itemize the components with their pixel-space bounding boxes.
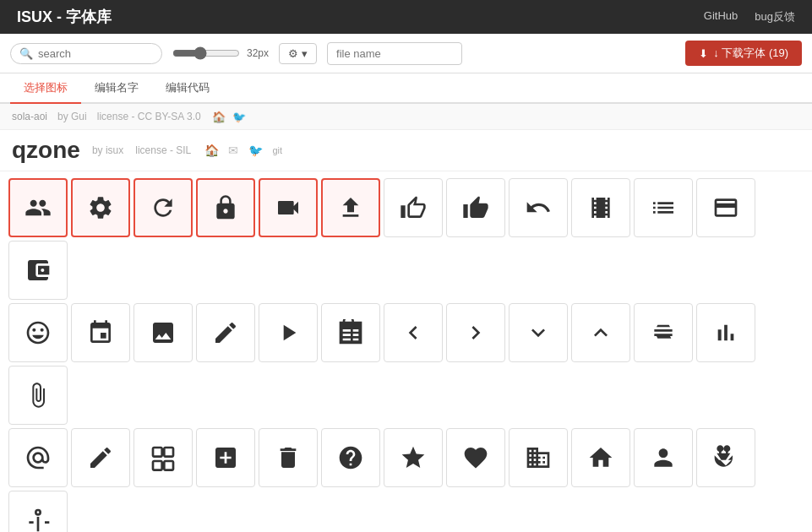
icon-card[interactable]	[696, 178, 755, 237]
tab-edit-code[interactable]: 编辑代码	[152, 73, 223, 104]
sola-by: by Gui	[57, 111, 87, 122]
app-title: ISUX - 字体库	[17, 7, 112, 27]
icon-film[interactable]	[571, 178, 630, 237]
grid-icon	[150, 444, 177, 471]
icon-heart[interactable]	[446, 428, 505, 487]
icon-refresh[interactable]	[134, 178, 193, 237]
settings-icon	[87, 194, 114, 221]
icon-video[interactable]	[259, 178, 318, 237]
icon-book[interactable]	[321, 303, 380, 362]
icon-contacts[interactable]	[8, 178, 68, 237]
search-input[interactable]	[38, 47, 148, 60]
qzone-git-icon[interactable]: git	[269, 142, 286, 159]
icon-at[interactable]	[8, 428, 68, 487]
icon-arrow-down[interactable]	[509, 303, 568, 362]
icon-star[interactable]	[384, 428, 443, 487]
icon-anchor[interactable]	[696, 428, 755, 487]
qzone-by: by isux	[92, 144, 123, 156]
anchor-icon	[712, 444, 739, 471]
list-icon	[650, 194, 677, 221]
arrow-down-icon	[525, 319, 552, 346]
header-links: GitHub bug反馈	[704, 9, 795, 24]
icon-question[interactable]	[321, 428, 380, 487]
icon-arrow-right[interactable]	[446, 303, 505, 362]
search-icon: 🔍	[19, 47, 33, 60]
heart-icon	[462, 444, 489, 471]
home-icon	[587, 444, 614, 471]
download-button[interactable]: ⬇ ↓ 下载字体 (19)	[685, 41, 802, 66]
slider-container: 32px	[172, 46, 269, 60]
sola-license: license - CC BY-SA 3.0	[97, 111, 201, 122]
icon-trash[interactable]	[259, 428, 318, 487]
search-box: 🔍	[10, 43, 162, 64]
hash-icon	[650, 319, 677, 346]
icon-bar-chart[interactable]	[696, 303, 755, 362]
undo-icon	[525, 194, 552, 221]
paperclip-icon	[25, 382, 52, 409]
icon-pin[interactable]	[71, 303, 130, 362]
plus-square-icon	[212, 444, 239, 471]
tab-edit-name[interactable]: 编辑名字	[81, 73, 152, 104]
upload-icon	[337, 194, 364, 221]
slider-value: 32px	[247, 47, 269, 59]
icon-paperclip[interactable]	[8, 366, 68, 425]
building-icon	[525, 444, 552, 471]
github-link[interactable]: GitHub	[704, 9, 738, 24]
icon-list[interactable]	[634, 178, 693, 237]
icon-play[interactable]	[259, 303, 318, 362]
icon-thumb-up-outline[interactable]	[384, 178, 443, 237]
gear-button[interactable]: ⚙ ▾	[279, 43, 317, 64]
download-icon: ⬇	[699, 47, 708, 60]
gear-dropdown-icon: ▾	[302, 47, 308, 60]
icon-thumb-up[interactable]	[446, 178, 505, 237]
sola-font-name: sola-aoi	[12, 111, 47, 122]
filename-input[interactable]	[327, 42, 462, 65]
icon-smile[interactable]	[8, 303, 68, 362]
icon-grid-wrapper	[0, 171, 812, 532]
icon-building[interactable]	[509, 428, 568, 487]
icon-home[interactable]	[571, 428, 630, 487]
star-icon	[400, 444, 427, 471]
icon-plus-square[interactable]	[196, 428, 255, 487]
sola-twitter-icon[interactable]: 🐦	[232, 109, 247, 124]
icon-arrow-left[interactable]	[384, 303, 443, 362]
icon-hash[interactable]	[634, 303, 693, 362]
icon-image-edit[interactable]	[196, 303, 255, 362]
arrow-left-icon	[400, 319, 427, 346]
card-icon	[712, 194, 739, 221]
pencil-icon	[87, 444, 114, 471]
icon-undo[interactable]	[509, 178, 568, 237]
person-icon	[650, 444, 677, 471]
bar-chart-icon	[712, 319, 739, 346]
arrow-up-icon	[587, 319, 614, 346]
qzone-twitter-icon[interactable]: 🐦	[247, 142, 264, 159]
icon-arrow-up[interactable]	[571, 303, 630, 362]
smile-icon	[25, 319, 52, 346]
image-edit-icon	[212, 319, 239, 346]
icon-lock[interactable]	[196, 178, 255, 237]
qzone-home-icon[interactable]: 🏠	[203, 142, 220, 159]
icon-image[interactable]	[134, 303, 193, 362]
icon-grid-row2	[8, 303, 804, 425]
tab-select-icon[interactable]: 选择图标	[10, 73, 81, 104]
icon-pencil[interactable]	[71, 428, 130, 487]
icon-settings[interactable]	[71, 178, 130, 237]
icon-grid[interactable]	[134, 428, 193, 487]
toolbar: 🔍 32px ⚙ ▾ ⬇ ↓ 下载字体 (19)	[0, 34, 812, 73]
play-icon	[275, 319, 302, 346]
icon-anchor2[interactable]	[8, 491, 68, 532]
qzone-email-icon[interactable]: ✉	[225, 142, 242, 159]
icon-person[interactable]	[634, 428, 693, 487]
icon-upload[interactable]	[321, 178, 380, 237]
image-icon	[150, 319, 177, 346]
size-slider[interactable]	[172, 46, 240, 60]
sola-social-icons: 🏠 🐦	[211, 109, 247, 124]
icon-wallet[interactable]	[8, 241, 68, 300]
bug-link[interactable]: bug反馈	[755, 9, 795, 24]
film-icon	[587, 194, 614, 221]
sola-home-icon[interactable]: 🏠	[211, 109, 226, 124]
icon-grid-row3	[8, 428, 804, 532]
book-icon	[337, 319, 364, 346]
icon-grid-row1	[8, 178, 804, 300]
thumb-up-icon	[462, 194, 489, 221]
